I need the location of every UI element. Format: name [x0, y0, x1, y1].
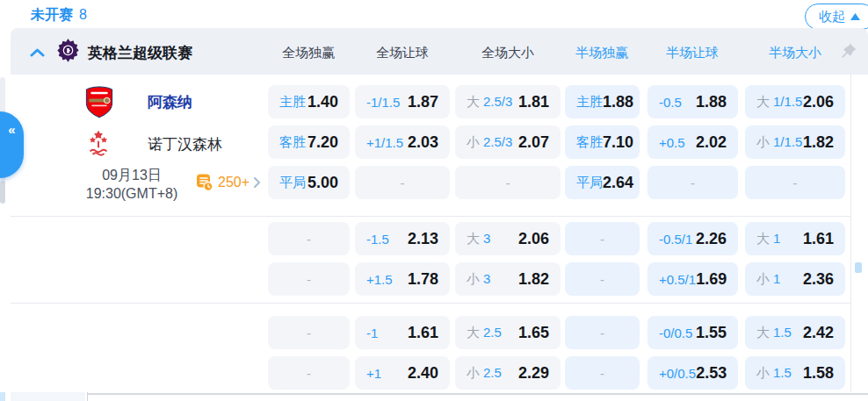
- away-team-name: 诺丁汉森林: [148, 134, 222, 154]
- odds-cell: -: [268, 316, 350, 349]
- market-label: +1.5: [366, 272, 393, 287]
- market-label: 2.5/3: [483, 134, 512, 149]
- odds-value: 2.40: [408, 364, 438, 383]
- odds-row: 主胜1.40-1/1.51.87大2.5/31.81主胜1.88-0.51.88…: [268, 85, 845, 118]
- over-under-prefix: 大: [467, 325, 480, 341]
- odds-label: 大2.5/3: [467, 94, 512, 111]
- odds-label: 小2.5: [467, 365, 502, 382]
- markets-list-icon: [195, 173, 214, 192]
- odds-cell[interactable]: +12.40: [355, 356, 450, 390]
- odds-label: 客胜: [279, 134, 306, 151]
- column-header-2: 全场让球: [376, 45, 429, 61]
- odds-label: 小1.5: [756, 365, 792, 382]
- odds-label: 小1: [756, 271, 780, 288]
- odds-value: 1.40: [307, 93, 338, 111]
- odds-cell[interactable]: 大1.52.42: [745, 316, 845, 349]
- odds-cell[interactable]: 小2.52.29: [455, 356, 561, 390]
- odds-cell[interactable]: 大2.51.65: [455, 316, 561, 349]
- odds-cell[interactable]: -0.51.88: [647, 85, 738, 118]
- odds-label: +1: [366, 366, 381, 381]
- column-header-4[interactable]: 半场独赢: [575, 45, 628, 61]
- odds-value: 2.13: [408, 230, 438, 248]
- odds-cell: -: [455, 166, 561, 199]
- odds-value: 1.82: [518, 270, 549, 289]
- odds-cell: -: [355, 166, 450, 199]
- market-label: -1.5: [366, 232, 389, 247]
- odds-cell[interactable]: +0.52.02: [647, 125, 738, 159]
- odds-label: 大1/1.5: [756, 94, 802, 111]
- more-markets-link[interactable]: 250+: [195, 173, 261, 192]
- odds-label: 大3: [467, 231, 490, 247]
- odds-cell[interactable]: +0/0.52.53: [647, 356, 738, 390]
- odds-value: 1.58: [803, 364, 834, 383]
- odds-value: 1.55: [696, 324, 727, 342]
- over-under-prefix: 小: [756, 365, 770, 382]
- odds-cell[interactable]: 大11.61: [745, 222, 845, 255]
- odds-cell[interactable]: 小1.51.58: [745, 356, 845, 390]
- away-team-row[interactable]: 诺丁汉森林: [11, 121, 265, 165]
- odds-label: -0.5: [659, 95, 682, 110]
- odds-cell[interactable]: -1/1.51.87: [355, 85, 450, 118]
- odds-cell[interactable]: -11.61: [355, 316, 450, 349]
- odds-cell[interactable]: -1.52.13: [355, 222, 450, 255]
- odds-value: 2.02: [696, 133, 727, 152]
- odds-row: 平局5.00--平局2.64--: [268, 166, 845, 199]
- scroll-indicator: [855, 262, 862, 273]
- odds-cell[interactable]: +1.51.78: [355, 262, 450, 296]
- odds-cell[interactable]: 小31.82: [455, 262, 561, 296]
- group-separator: [11, 216, 850, 217]
- odds-cell[interactable]: 主胜1.88: [565, 85, 640, 118]
- odds-cell[interactable]: 大2.5/31.81: [455, 85, 561, 118]
- markets-count: 250+: [218, 175, 250, 190]
- odds-row: --11.61大2.51.65--0/0.51.55大1.52.42: [268, 316, 845, 349]
- market-label: -1/1.5: [366, 95, 400, 110]
- odds-cell: -: [268, 356, 350, 390]
- odds-cell[interactable]: 主胜1.40: [268, 85, 350, 118]
- chevron-right-icon: [253, 176, 261, 189]
- home-team-row[interactable]: 阿森纳: [11, 79, 265, 123]
- odds-label: +0/0.5: [659, 366, 696, 381]
- odds-cell[interactable]: 客胜7.20: [268, 125, 350, 159]
- odds-value: 1.82: [803, 133, 834, 152]
- arsenal-crest-icon: [84, 86, 114, 118]
- market-label: 客胜: [576, 134, 603, 151]
- match-status: 未开赛8: [31, 6, 87, 25]
- odds-label: 大1.5: [756, 325, 792, 341]
- left-scrollbar-thumb[interactable]: [0, 181, 5, 204]
- odds-cell[interactable]: 平局2.64: [565, 166, 640, 199]
- odds-cell[interactable]: 小1/1.51.82: [745, 125, 845, 159]
- odds-value: 2.26: [696, 230, 727, 248]
- odds-value: 2.29: [518, 364, 549, 383]
- odds-value: 1.88: [696, 93, 727, 111]
- odds-cell[interactable]: +0.5/11.69: [647, 262, 738, 296]
- odds-label: 大1: [756, 231, 780, 247]
- odds-cell[interactable]: 小12.36: [745, 262, 845, 296]
- collapse-button[interactable]: 收起: [805, 4, 868, 30]
- market-label: 1: [773, 271, 780, 286]
- odds-value: 1.87: [408, 93, 438, 111]
- odds-label: -0/0.5: [659, 326, 692, 340]
- odds-cell: -: [268, 222, 350, 255]
- odds-value: 1.69: [696, 270, 727, 289]
- odds-row: -+12.40小2.52.29-+0/0.52.53小1.51.58: [268, 356, 845, 390]
- odds-label: +0.5/1: [659, 272, 696, 287]
- odds-cell[interactable]: 客胜7.10: [565, 125, 640, 159]
- odds-cell[interactable]: 小2.5/32.07: [455, 125, 561, 159]
- odds-cell[interactable]: -0.5/12.26: [647, 222, 738, 255]
- odds-cell[interactable]: 平局5.00: [268, 166, 350, 199]
- over-under-prefix: 小: [756, 134, 770, 151]
- odds-cell[interactable]: 大1/1.52.06: [745, 85, 845, 118]
- next-section-edge: [11, 392, 85, 401]
- collapse-label: 收起: [819, 9, 845, 25]
- nottingham-forest-crest-icon: [88, 129, 109, 156]
- column-header-5[interactable]: 半场让球: [666, 45, 719, 61]
- pin-icon[interactable]: [840, 42, 857, 60]
- odds-value: 5.00: [307, 174, 338, 192]
- odds-cell[interactable]: -0/0.51.55: [647, 316, 738, 349]
- odds-cell[interactable]: +1/1.52.03: [355, 125, 450, 159]
- odds-value: 7.10: [603, 133, 633, 152]
- match-datetime: 09月13日 19:30(GMT+8): [44, 166, 220, 203]
- odds-cell[interactable]: 大32.06: [455, 222, 561, 255]
- odds-cell: -: [745, 166, 845, 199]
- column-header-6[interactable]: 半场大小: [769, 45, 821, 61]
